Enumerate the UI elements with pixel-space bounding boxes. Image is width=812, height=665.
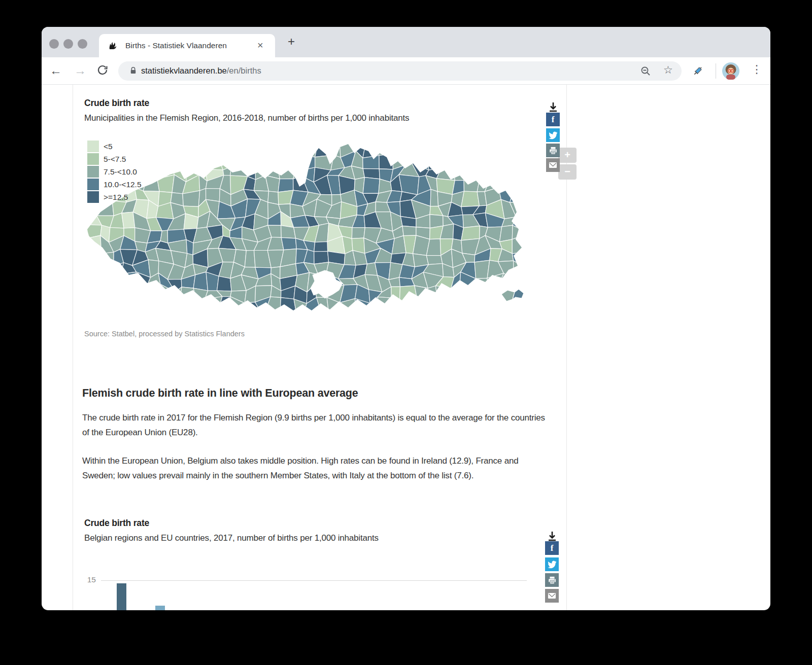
zoom-out-page-icon[interactable]	[639, 65, 652, 79]
legend-swatch	[87, 141, 99, 152]
share-print-button[interactable]	[546, 144, 560, 157]
tab-strip: Births - Statistiek Vlaanderen × +	[42, 27, 770, 57]
legend-item: <5	[87, 140, 142, 153]
url-text: statistiekvlaanderen.be/en/births	[141, 66, 261, 76]
y-axis-tick-label: 15	[73, 575, 96, 584]
legend-label: >=12.5	[104, 193, 128, 202]
download-icon	[547, 101, 559, 113]
email-icon	[548, 160, 558, 170]
legend-label: 5-<7.5	[104, 155, 126, 164]
legend-item: 10.0-<12.5	[87, 178, 142, 191]
legend-item: >=12.5	[87, 191, 142, 203]
share-download-button[interactable]	[546, 100, 560, 114]
download-icon	[546, 530, 558, 542]
share-facebook-button[interactable]: f	[546, 113, 560, 126]
browser-toolbar: ← → statistiekvlaanderen.be/en/births ☆	[42, 57, 770, 85]
map-zoom-in-button[interactable]: +	[558, 148, 577, 163]
browser-window: Births - Statistiek Vlaanderen × + ← → s…	[42, 27, 770, 610]
browser-menu-icon[interactable]: ⋮	[751, 63, 762, 76]
map-legend: <55-<7.57.5-<10.010.0-<12.5>=12.5	[87, 140, 142, 203]
voeren-exclave	[501, 290, 515, 301]
article-heading: Flemish crude birth rate in line with Eu…	[82, 387, 358, 400]
bar-series-1	[117, 583, 126, 610]
legend-swatch	[87, 191, 99, 203]
reload-button[interactable]	[96, 64, 109, 78]
legend-item: 7.5-<10.0	[87, 165, 142, 178]
print-icon	[548, 576, 557, 585]
forward-button[interactable]: →	[74, 63, 86, 78]
content-left-border	[73, 85, 73, 610]
back-button[interactable]: ←	[50, 63, 62, 78]
map-chart-subtitle: Municipalities in the Flemish Region, 20…	[84, 113, 409, 123]
share-print-button[interactable]	[545, 573, 559, 587]
share-email-button[interactable]	[545, 589, 559, 603]
twitter-icon	[548, 560, 556, 569]
legend-swatch	[87, 166, 99, 178]
toolbar-divider	[716, 63, 716, 79]
legend-item: 5-<7.5	[87, 153, 142, 165]
legend-swatch	[87, 153, 99, 165]
share-facebook-button[interactable]: f	[545, 541, 559, 555]
legend-label: <5	[104, 142, 113, 151]
share-download-button[interactable]	[545, 529, 559, 543]
map-zoom-out-button[interactable]: −	[558, 164, 577, 180]
new-tab-button[interactable]: +	[284, 35, 298, 49]
article-paragraph: The crude birth rate in 2017 for the Fle…	[82, 411, 547, 440]
close-tab-icon[interactable]: ×	[257, 40, 263, 51]
bookmark-star-icon[interactable]: ☆	[663, 64, 673, 76]
bar-chart-subtitle: Belgian regions and EU countries, 2017, …	[84, 533, 379, 543]
bar-chart-title: Crude birth rate	[84, 518, 149, 529]
municipality-polygons	[86, 142, 528, 314]
email-icon	[547, 591, 557, 601]
share-email-button[interactable]	[546, 158, 560, 172]
facebook-icon: f	[552, 115, 555, 125]
url-path: /en/births	[227, 66, 261, 75]
print-icon	[549, 146, 558, 155]
url-domain: statistiekvlaanderen.be	[141, 66, 227, 75]
legend-label: 10.0-<12.5	[104, 180, 142, 189]
map-source-note: Source: Statbel, processed by Statistics…	[84, 330, 245, 338]
share-twitter-button[interactable]	[545, 557, 559, 571]
profile-avatar[interactable]	[722, 62, 739, 82]
legend-label: 7.5-<10.0	[104, 167, 137, 177]
twitter-icon	[549, 131, 557, 139]
extension-syringe-icon[interactable]	[692, 65, 704, 79]
browser-tab[interactable]: Births - Statistiek Vlaanderen ×	[99, 34, 275, 57]
window-minimize-button[interactable]	[63, 39, 73, 49]
lock-icon	[128, 66, 138, 78]
map-chart-title: Crude birth rate	[84, 98, 149, 109]
desktop-background: Births - Statistiek Vlaanderen × + ← → s…	[0, 0, 812, 665]
bar-series-2	[155, 606, 165, 610]
legend-swatch	[87, 179, 99, 190]
article-paragraph: Within the European Union, Belgium also …	[82, 454, 547, 483]
window-maximize-button[interactable]	[78, 39, 87, 49]
content-right-border	[566, 85, 567, 610]
map-container: <55-<7.57.5-<10.010.0-<12.5>=12.5 + −	[86, 142, 528, 314]
favicon-lion-icon	[107, 40, 118, 53]
window-close-button[interactable]	[49, 39, 59, 49]
address-bar[interactable]: statistiekvlaanderen.be/en/births ☆	[118, 61, 682, 81]
tab-title: Births - Statistiek Vlaanderen	[125, 41, 227, 50]
voeren-exclave	[513, 289, 524, 299]
y-axis-gridline	[101, 580, 527, 581]
share-twitter-button[interactable]	[546, 128, 560, 142]
facebook-icon: f	[551, 543, 554, 553]
flanders-choropleth-map[interactable]	[86, 142, 528, 314]
